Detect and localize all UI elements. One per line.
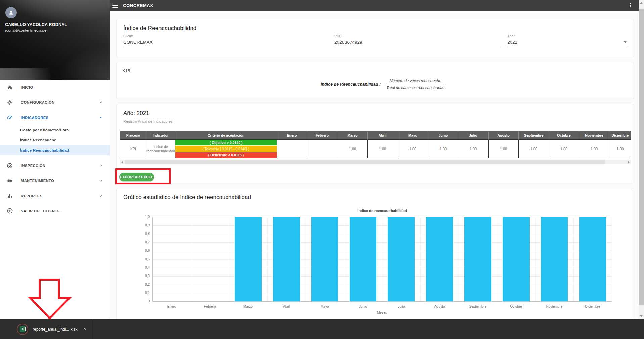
indicador-cell: Índice de reencauchabilidad xyxy=(146,140,175,158)
formula-denominator: Total de carcasas reencauchadas xyxy=(385,84,445,90)
month-value-cell: 1.00 xyxy=(519,140,549,158)
y-tick-label: 0,5 xyxy=(136,257,150,261)
menu-icon[interactable] xyxy=(112,4,118,8)
cliente-value[interactable]: CONCREMAX xyxy=(123,38,328,47)
sidebar-item-indicadores[interactable]: INDICADORES xyxy=(0,110,110,125)
criteria-band: ( Deficiente < 0.0115 ) xyxy=(175,152,277,158)
chevron-up-icon[interactable] xyxy=(83,326,87,332)
home-icon xyxy=(6,84,13,91)
x-tick-label: Noviembre xyxy=(535,305,573,308)
chart-bar xyxy=(388,217,415,301)
column-header-month: Marzo xyxy=(337,131,368,140)
month-value-cell: 1.00 xyxy=(489,140,519,158)
gridline xyxy=(229,217,229,301)
chart-bar xyxy=(311,217,338,301)
column-header-criterio: Criterio de aceptación xyxy=(175,131,277,140)
column-header-month: Febrero xyxy=(307,131,337,140)
chart-card: Gráfico estadístico de índice de reencau… xyxy=(116,188,634,324)
chip-divider xyxy=(93,319,93,339)
sidebar: CABELLO YACOLCA RODNAL rodnal@contentmed… xyxy=(0,0,110,319)
y-tick-label: 1,0 xyxy=(136,215,150,219)
criteria-band: ( Objetivo > 0.0140 ) xyxy=(175,140,277,146)
gridline xyxy=(191,217,191,301)
user-name: CABELLO YACOLCA RODNAL xyxy=(5,22,67,27)
table-header-row: ProcesoIndicadorCriterio de aceptaciónEn… xyxy=(120,131,631,140)
scroll-right-arrow-icon[interactable] xyxy=(628,161,630,164)
indicators-table: ProcesoIndicadorCriterio de aceptaciónEn… xyxy=(120,131,631,158)
x-tick-label: Junio xyxy=(344,305,382,308)
cliente-field[interactable]: Cliente CONCREMAX xyxy=(123,34,328,47)
x-axis xyxy=(152,301,612,302)
sidebar-item-configuracion[interactable]: CONFIGURACION xyxy=(0,95,110,110)
person-icon xyxy=(8,9,14,16)
gear-icon xyxy=(6,99,13,106)
x-tick-label: Marzo xyxy=(229,305,267,308)
topbar: CONCREMAX xyxy=(110,0,639,11)
gridline xyxy=(267,217,268,301)
downloaded-file-chip[interactable]: X reporte_anual_indi....xlsx xyxy=(17,319,93,339)
month-value-cell xyxy=(307,140,337,158)
sidebar-item-inicio[interactable]: INICIO xyxy=(0,80,110,95)
user-email: rodnal@contentmedia.pe xyxy=(5,28,46,32)
dropdown-arrow-icon[interactable] xyxy=(624,41,627,43)
tire-icon xyxy=(6,162,13,169)
ruc-value[interactable]: 20263674929 xyxy=(334,38,501,47)
column-header-month: Noviembre xyxy=(579,131,609,140)
scroll-down-arrow-icon[interactable] xyxy=(640,315,643,317)
anio-value[interactable]: 2021 xyxy=(507,38,628,47)
chevron-down-icon xyxy=(98,163,103,168)
scroll-up-arrow-icon[interactable] xyxy=(640,2,643,4)
sidebar-item-salir-del-cliente[interactable]: SALIR DEL CLIENTE xyxy=(0,203,110,218)
column-header-month: Agosto xyxy=(489,131,519,140)
year-title: Año: 2021 xyxy=(123,110,149,117)
cliente-label: Cliente xyxy=(123,34,328,38)
export-excel-button[interactable]: EXPORTAR EXCEL xyxy=(119,173,154,181)
ruc-field[interactable]: RUC 20263674929 xyxy=(334,34,501,47)
sidebar-item-indice-reencauchabilidad[interactable]: Índice Reencauchabilidad xyxy=(0,145,110,155)
avatar xyxy=(5,7,17,18)
scrollbar-thumb[interactable] xyxy=(125,160,605,164)
chart-bar xyxy=(350,217,376,301)
download-bar: X reporte_anual_indi....xlsx Mostrar tod… xyxy=(0,319,644,339)
formula-fraction: Número de veces reencauche Total de carc… xyxy=(385,79,445,90)
sidebar-item-inspeccion[interactable]: INSPECCIÓN xyxy=(0,158,110,173)
scroll-left-arrow-icon[interactable] xyxy=(121,161,123,164)
proceso-cell: KPI xyxy=(120,140,146,158)
sidebar-item-indice-reencauche[interactable]: Índice Reencauche xyxy=(0,135,110,145)
gridline xyxy=(420,217,421,301)
column-header-indicador: Indicador xyxy=(146,131,175,140)
month-value-cell: 1.00 xyxy=(458,140,489,158)
sidebar-item-costo-por-kilometro-hora[interactable]: Costo por Kilómetro/Hora xyxy=(0,125,110,135)
sidebar-item-mantenimiento[interactable]: MANTENIMIENTO xyxy=(0,173,110,188)
column-header-month: Octubre xyxy=(549,131,579,140)
table-data-row: KPIÍndice de reencauchabilidad( Objetivo… xyxy=(120,140,631,158)
x-tick-label: Julio xyxy=(382,305,420,308)
chevron-down-icon xyxy=(98,178,103,183)
sidebar-item-reportes[interactable]: REPORTES xyxy=(0,188,110,203)
page-scrollbar[interactable] xyxy=(639,0,644,319)
chevron-down-icon xyxy=(98,194,103,198)
column-header-proceso: Proceso xyxy=(120,131,146,140)
sidebar-nav: INICIO CONFIGURACION INDICADORES xyxy=(0,80,110,218)
formula-numerator: Número de veces reencauche xyxy=(385,79,445,84)
x-tick-label: Agosto xyxy=(420,305,459,308)
chart-bar xyxy=(426,217,453,301)
more-options-icon[interactable] xyxy=(628,2,632,8)
column-header-month: Abril xyxy=(368,131,398,140)
gridline xyxy=(344,217,344,301)
column-header-month: Mayo xyxy=(398,131,428,140)
column-header-month: Diciembre xyxy=(609,131,631,140)
gridline xyxy=(497,217,497,301)
anio-select-field[interactable]: Año * 2021 xyxy=(507,34,628,47)
gridline xyxy=(573,217,574,301)
y-tick-label: 0,2 xyxy=(136,283,150,286)
user-profile-header: CABELLO YACOLCA RODNAL rodnal@contentmed… xyxy=(0,0,110,80)
scrollbar-thumb[interactable] xyxy=(639,9,644,305)
y-tick-label: 0,3 xyxy=(136,274,150,278)
y-tick-label: 0,1 xyxy=(136,291,150,295)
table-horizontal-scrollbar[interactable] xyxy=(120,160,631,164)
chart-bar xyxy=(235,217,262,301)
chart-bar xyxy=(541,217,568,301)
download-filename[interactable]: reporte_anual_indi....xlsx xyxy=(33,327,77,332)
y-tick-label: 0,7 xyxy=(136,240,150,244)
